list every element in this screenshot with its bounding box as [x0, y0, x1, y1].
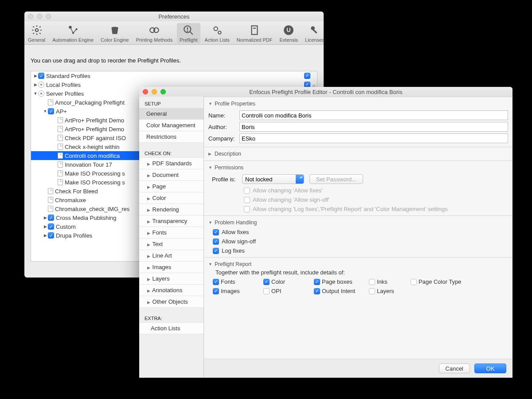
allow-fixes-checkbox[interactable] [213, 229, 219, 235]
allow-changing-fixes-checkbox [244, 188, 250, 194]
description-header[interactable]: ▶Description [208, 149, 508, 159]
company-field[interactable] [239, 133, 508, 143]
sidebar-item-annotations[interactable]: ▶ Annotations [139, 284, 203, 296]
checkbox-icon[interactable]: ✓ [48, 232, 54, 239]
name-field[interactable] [239, 110, 508, 120]
sidebar-item-action-lists[interactable]: Action Lists [139, 322, 203, 334]
window-title: Enfocus Preflight Profile Editor - Contr… [139, 89, 512, 95]
sidebar-item-color[interactable]: ▶ Color [139, 192, 203, 204]
tab-printing-methods[interactable]: Printing Methods [133, 23, 176, 43]
problem-handling-header[interactable]: ▼Problem Handling [208, 218, 508, 227]
ok-button[interactable]: OK [474, 364, 506, 373]
editor-sidebar: SETUP General Color Management Restricti… [139, 97, 204, 378]
enable-checkbox[interactable] [304, 73, 310, 79]
report-check-layers[interactable]: Layers [369, 288, 409, 294]
sidebar-item-layers[interactable]: ▶ Layers [139, 273, 203, 285]
sidebar-item-color-management[interactable]: Color Management [139, 119, 203, 131]
tab-licenses[interactable]: Licenses [302, 23, 327, 43]
traffic-lights[interactable] [28, 14, 51, 19]
report-check-inks[interactable]: Inks [369, 278, 409, 285]
minimize-icon[interactable] [152, 89, 157, 94]
traffic-lights[interactable] [143, 89, 166, 94]
allow-changing-log-checkbox [244, 206, 250, 212]
svg-rect-13 [252, 26, 258, 35]
sidebar-item-images[interactable]: ▶ Images [139, 261, 203, 273]
preferences-titlebar: Preferences [24, 12, 324, 21]
report-check-output-intent[interactable]: Output Intent [314, 288, 367, 294]
printing-icon [148, 24, 160, 36]
checkbox-icon[interactable] [411, 279, 417, 285]
extensis-icon: U [282, 24, 295, 36]
checkbox-icon[interactable] [314, 279, 320, 285]
checkbox-icon[interactable]: ✓ [38, 73, 44, 79]
tab-general[interactable]: General [25, 23, 48, 43]
checkbox-icon[interactable] [369, 288, 375, 294]
tab-normalized-pdf[interactable]: Normalized PDF [234, 23, 275, 43]
lock-select[interactable]: Not locked [242, 174, 304, 184]
editor-titlebar: Enfocus Preflight Profile Editor - Contr… [139, 87, 512, 97]
tab-color-engine[interactable]: Color Engine [98, 23, 132, 43]
document-icon [58, 135, 63, 141]
document-icon [58, 161, 63, 168]
report-check-page-color-type[interactable]: Page Color Type [411, 278, 508, 285]
allow-changing-signoff-checkbox [244, 197, 250, 203]
tab-automation-engine[interactable]: Automation Engine [50, 23, 96, 43]
author-field[interactable] [239, 122, 508, 132]
checkbox-icon[interactable]: ✓ [48, 215, 54, 221]
sidebar-item-general[interactable]: General [139, 108, 203, 120]
tab-action-lists[interactable]: Action Lists [202, 23, 232, 43]
sidebar-item-pdf-standards[interactable]: ▶ PDF Standards [139, 157, 203, 169]
sidebar-item-page[interactable]: ▶ Page [139, 180, 203, 192]
checkbox-icon[interactable] [314, 288, 320, 294]
document-icon [48, 206, 53, 212]
report-check-color[interactable]: Color [263, 278, 312, 285]
report-check-page-boxes[interactable]: Page boxes [314, 278, 367, 285]
sidebar-item-line-art[interactable]: ▶ Line Art [139, 250, 203, 262]
checkbox-icon[interactable] [263, 288, 270, 294]
minimize-icon[interactable] [37, 14, 42, 19]
checkbox-icon[interactable] [263, 279, 270, 285]
svg-point-4 [111, 27, 118, 28]
zoom-icon[interactable] [160, 89, 166, 94]
svg-point-17 [311, 26, 315, 30]
svg-point-10 [188, 31, 188, 31]
tab-extensis[interactable]: U Extensis [277, 23, 301, 43]
magnify-alert-icon [182, 24, 195, 36]
name-row: Name: [208, 110, 508, 120]
profile-properties-header[interactable]: ▼Profile Properties [208, 99, 508, 109]
close-icon[interactable] [28, 14, 33, 19]
checkbox-icon[interactable] [213, 288, 219, 294]
permissions-header[interactable]: ▼Permissions [208, 163, 508, 172]
lock-select-wrap[interactable]: Not locked [242, 174, 304, 184]
cancel-button[interactable]: Cancel [439, 364, 470, 373]
document-icon [58, 179, 63, 185]
name-label: Name: [208, 112, 239, 119]
checkbox-icon[interactable] [213, 279, 219, 285]
server-icon [38, 90, 44, 97]
report-check-images[interactable]: Images [213, 288, 262, 294]
company-label: Company: [208, 135, 239, 142]
sidebar-item-restrictions[interactable]: Restrictions [139, 131, 203, 143]
log-fixes-checkbox[interactable] [213, 248, 219, 254]
set-password-button[interactable]: Set Password... [309, 174, 363, 184]
zoom-icon[interactable] [46, 14, 51, 19]
sidebar-item-other-objects[interactable]: ▶ Other Objects [139, 296, 203, 308]
tree-row[interactable]: ▶✓Standard Profiles [31, 71, 317, 80]
report-check-opi[interactable]: OPI [263, 288, 312, 294]
gear-icon [31, 24, 43, 36]
sidebar-item-text[interactable]: ▶ Text [139, 238, 203, 250]
sidebar-item-transparency[interactable]: ▶ Transparency [139, 215, 203, 227]
document-icon [58, 126, 63, 132]
sidebar-item-fonts[interactable]: ▶ Fonts [139, 227, 203, 239]
checkbox-icon[interactable]: ✓ [48, 223, 54, 230]
checkbox-icon[interactable] [369, 279, 375, 285]
preflight-report-header[interactable]: ▼Preflight Report [208, 259, 508, 269]
allow-signoff-checkbox[interactable] [213, 239, 219, 245]
checkon-header: CHECK ON: [139, 149, 203, 158]
checkbox-icon[interactable]: ✓ [48, 108, 54, 114]
report-check-fonts[interactable]: Fonts [213, 278, 262, 285]
close-icon[interactable] [143, 89, 148, 94]
tab-preflight[interactable]: Preflight [177, 23, 200, 43]
sidebar-item-document[interactable]: ▶ Document [139, 169, 203, 181]
sidebar-item-rendering[interactable]: ▶ Rendering [139, 203, 203, 215]
